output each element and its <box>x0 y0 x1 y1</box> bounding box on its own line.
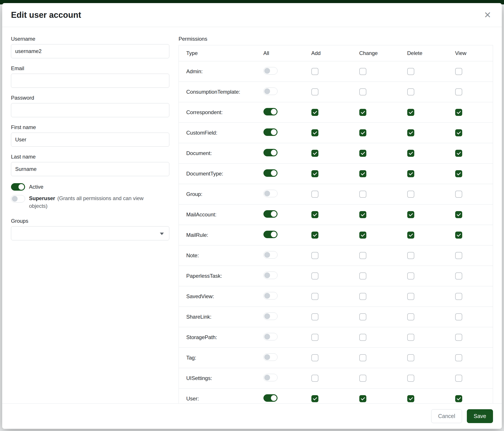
groups-select[interactable] <box>11 226 169 240</box>
permission-all-toggle[interactable] <box>263 190 278 197</box>
permission-change-checkbox[interactable] <box>359 170 366 177</box>
permission-add-checkbox[interactable] <box>311 334 318 341</box>
permission-view-checkbox[interactable] <box>455 354 462 361</box>
last-name-field[interactable] <box>11 162 169 176</box>
permission-change-checkbox[interactable] <box>359 88 366 95</box>
save-button[interactable]: Save <box>467 409 493 423</box>
permission-view-checkbox[interactable] <box>455 375 462 382</box>
permission-all-toggle[interactable] <box>263 292 278 299</box>
permission-delete-checkbox[interactable] <box>407 211 414 218</box>
permission-all-toggle[interactable] <box>263 67 278 74</box>
permission-view-checkbox[interactable] <box>455 395 462 402</box>
permission-change-checkbox[interactable] <box>359 313 366 320</box>
permission-delete-checkbox[interactable] <box>407 129 414 136</box>
permission-view-checkbox[interactable] <box>455 68 462 75</box>
permission-all-toggle[interactable] <box>263 169 278 177</box>
superuser-toggle[interactable] <box>11 195 25 203</box>
email-field[interactable] <box>11 74 169 88</box>
permission-all-toggle[interactable] <box>263 88 278 95</box>
permission-view-checkbox[interactable] <box>455 313 462 320</box>
permission-add-checkbox[interactable] <box>311 88 318 95</box>
permission-add-checkbox[interactable] <box>311 252 318 259</box>
groups-group: Groups <box>11 218 169 240</box>
permission-delete-checkbox[interactable] <box>407 334 414 341</box>
permission-add-checkbox[interactable] <box>311 293 318 300</box>
permission-add-checkbox[interactable] <box>311 395 318 402</box>
permission-change-checkbox[interactable] <box>359 252 366 259</box>
permission-change-checkbox[interactable] <box>359 211 366 218</box>
permission-change-checkbox[interactable] <box>359 354 366 361</box>
permission-add-checkbox[interactable] <box>311 232 318 239</box>
permission-view-checkbox[interactable] <box>455 150 462 157</box>
permission-add-checkbox[interactable] <box>311 354 318 361</box>
permission-view-checkbox[interactable] <box>455 334 462 341</box>
toggle-knob <box>12 196 18 202</box>
permission-all-toggle[interactable] <box>263 353 278 361</box>
permission-view-checkbox[interactable] <box>455 191 462 198</box>
permission-add-checkbox[interactable] <box>311 375 318 382</box>
permission-delete-checkbox[interactable] <box>407 395 414 402</box>
permission-add-checkbox[interactable] <box>311 68 318 75</box>
permission-delete-checkbox[interactable] <box>407 88 414 95</box>
permission-delete-checkbox[interactable] <box>407 150 414 157</box>
permission-delete-checkbox[interactable] <box>407 109 414 116</box>
permission-view-checkbox[interactable] <box>455 170 462 177</box>
permission-all-toggle[interactable] <box>263 108 278 116</box>
permission-view-checkbox[interactable] <box>455 252 462 259</box>
permission-all-toggle[interactable] <box>263 231 278 238</box>
permission-add-checkbox[interactable] <box>311 211 318 218</box>
permission-change-checkbox[interactable] <box>359 129 366 136</box>
permission-all-toggle[interactable] <box>263 149 278 156</box>
permission-delete-checkbox[interactable] <box>407 170 414 177</box>
permission-delete-checkbox[interactable] <box>407 313 414 320</box>
permission-add-checkbox[interactable] <box>311 170 318 177</box>
permission-view-checkbox[interactable] <box>455 232 462 239</box>
permission-change-checkbox[interactable] <box>359 150 366 157</box>
permission-change-checkbox[interactable] <box>359 232 366 239</box>
permission-add-checkbox[interactable] <box>311 109 318 116</box>
permission-all-toggle[interactable] <box>263 333 278 341</box>
permission-view-checkbox[interactable] <box>455 129 462 136</box>
cancel-button[interactable]: Cancel <box>431 409 462 423</box>
permission-view-checkbox[interactable] <box>455 211 462 218</box>
permission-change-checkbox[interactable] <box>359 375 366 382</box>
permission-view-checkbox[interactable] <box>455 88 462 95</box>
permission-view-checkbox[interactable] <box>455 272 462 279</box>
permission-delete-checkbox[interactable] <box>407 354 414 361</box>
username-input[interactable] <box>11 44 169 58</box>
permission-add-checkbox[interactable] <box>311 150 318 157</box>
permission-add-checkbox[interactable] <box>311 272 318 279</box>
permission-change-checkbox[interactable] <box>359 395 366 402</box>
permission-change-checkbox[interactable] <box>359 334 366 341</box>
permission-delete-checkbox[interactable] <box>407 68 414 75</box>
permission-delete-checkbox[interactable] <box>407 252 414 259</box>
permission-delete-checkbox[interactable] <box>407 272 414 279</box>
permission-change-checkbox[interactable] <box>359 191 366 198</box>
first-name-field[interactable] <box>11 133 169 147</box>
permission-all-toggle[interactable] <box>263 374 278 381</box>
close-icon[interactable]: ✕ <box>482 10 493 20</box>
permission-all-toggle[interactable] <box>263 128 278 136</box>
permission-add-checkbox[interactable] <box>311 313 318 320</box>
permission-all-toggle[interactable] <box>263 272 278 279</box>
permission-view-checkbox[interactable] <box>455 293 462 300</box>
permission-change-checkbox[interactable] <box>359 68 366 75</box>
permission-add-checkbox[interactable] <box>311 191 318 198</box>
permission-all-toggle[interactable] <box>263 313 278 320</box>
permission-change-checkbox[interactable] <box>359 272 366 279</box>
permission-change-checkbox[interactable] <box>359 293 366 300</box>
permission-delete-checkbox[interactable] <box>407 232 414 239</box>
permission-delete-checkbox[interactable] <box>407 293 414 300</box>
permission-all-toggle[interactable] <box>263 210 278 218</box>
permission-change-checkbox[interactable] <box>359 109 366 116</box>
chevron-down-icon <box>160 233 164 235</box>
permission-all-toggle[interactable] <box>263 394 278 402</box>
permission-delete-checkbox[interactable] <box>407 375 414 382</box>
toggle-knob <box>264 252 270 258</box>
permission-view-checkbox[interactable] <box>455 109 462 116</box>
permission-delete-checkbox[interactable] <box>407 191 414 198</box>
password-field[interactable] <box>11 103 169 117</box>
permission-all-toggle[interactable] <box>263 251 278 259</box>
active-toggle[interactable] <box>11 183 25 191</box>
permission-add-checkbox[interactable] <box>311 129 318 136</box>
